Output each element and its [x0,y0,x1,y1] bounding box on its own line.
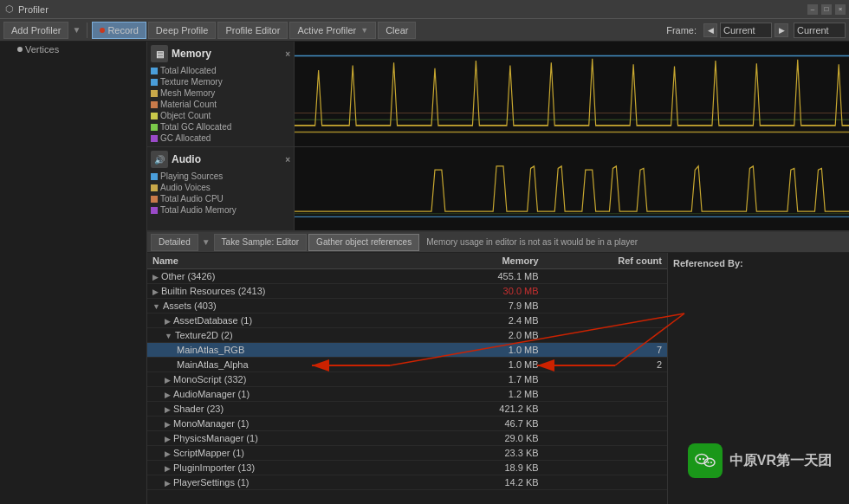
legend-playing-sources: Playing Sources [151,171,290,181]
table-cell-name: ▼Texture2D (2) [147,328,427,343]
expand-arrow-icon[interactable]: ▶ [152,273,159,281]
table-cell-refcount [544,431,667,446]
vertices-dot-icon [17,47,23,52]
table-cell-name: ▶Other (3426) [147,269,427,284]
table-cell-name: ▶AudioManager (1) [147,387,427,402]
expand-arrow-icon[interactable]: ▶ [165,479,171,488]
table-row[interactable]: ▶Other (3426)455.1 MB [147,269,667,284]
table-cell-memory: 1.2 MB [427,387,543,402]
table-row[interactable]: ▶MonoManager (1)46.7 KB [147,417,667,431]
memory-chart-svg [295,42,849,146]
table-row[interactable]: ▼Texture2D (2)2.0 MB [147,328,667,343]
expand-arrow-icon[interactable]: ▼ [165,332,172,340]
expand-arrow-icon[interactable]: ▶ [165,405,171,414]
table-row[interactable]: ▶PhysicsManager (1)29.0 KB [147,431,667,446]
legend-dot-total-audio-cpu [151,196,158,203]
referenced-by-label: Referenced By: [673,258,844,268]
maximize-button[interactable]: □ [821,4,832,15]
active-profiler-dropdown-icon: ▼ [360,26,368,35]
clear-button[interactable]: Clear [378,22,416,39]
table-cell-memory: 2.0 MB [427,328,543,343]
memory-panel-title: ▤ Memory × [151,45,290,62]
table-cell-name: MainAtlas_RGB [147,343,427,358]
legend-dot-gc-allocated [151,135,158,142]
add-profiler-button[interactable]: Add Profiler [3,22,68,39]
expand-arrow-icon[interactable]: ▶ [165,391,171,399]
frame-next-button[interactable]: ▶ [774,23,788,37]
table-row[interactable]: ▶PlayerSettings (1)14.2 KB [147,475,667,490]
close-button[interactable]: × [835,4,846,15]
table-row[interactable]: ▶Shader (23)421.2 KB [147,402,667,417]
audio-panel-title: 🔊 Audio × [151,151,290,168]
table-cell-refcount [544,299,667,313]
detailed-dropdown-icon[interactable]: ▼ [202,237,211,247]
legend-dot-total-gc [151,124,158,131]
legend-total-gc-allocated: Total GC Allocated [151,122,290,132]
gather-button[interactable]: Gather object references [308,234,419,251]
frame-value-input[interactable] [720,23,772,38]
legend-object-count: Object Count [151,111,290,120]
table-row[interactable]: ▼Assets (403)7.9 MB [147,299,667,313]
expand-arrow-icon[interactable]: ▶ [165,435,171,443]
table-row[interactable]: MainAtlas_RGB1.0 MB7 [147,343,667,358]
legend-gc-allocated: GC Allocated [151,133,290,143]
expand-arrow-icon[interactable]: ▶ [165,420,171,429]
legend-dot-playing-sources [151,173,158,180]
table-cell-refcount [544,417,667,431]
take-sample-button[interactable]: Take Sample: Editor [214,234,308,251]
main-content: Vertices ▤ Memory × Total Allocated [0,42,849,504]
table-cell-refcount [544,328,667,343]
expand-arrow-icon[interactable]: ▶ [152,288,159,296]
legend-total-audio-memory: Total Audio Memory [151,205,290,215]
table-row[interactable]: ▶Builtin Resources (2413)30.0 MB [147,284,667,299]
audio-panel-header: 🔊 Audio × Playing Sources Audio Voices [147,147,295,230]
minimize-button[interactable]: – [807,4,818,15]
expand-arrow-icon[interactable]: ▼ [152,302,160,311]
memory-table: Name Memory Ref count ▶Other (3426)455.1… [147,253,667,490]
table-row[interactable]: ▶MonoScript (332)1.7 MB [147,372,667,387]
table-cell-memory: 18.9 KB [427,461,543,475]
table-row[interactable]: ▶PluginImporter (13)18.9 KB [147,461,667,475]
deep-profile-button[interactable]: Deep Profile [148,22,217,39]
active-profiler-button[interactable]: Active Profiler ▼ [289,22,376,39]
table-row[interactable]: ▶AssetDatabase (1)2.4 MB [147,313,667,328]
expand-arrow-icon[interactable]: ▶ [165,464,171,473]
memory-close-button[interactable]: × [285,49,290,59]
table-cell-refcount [544,372,667,387]
table-cell-refcount [544,313,667,328]
vertices-label: Vertices [25,44,59,55]
frame-prev-button[interactable]: ◀ [703,23,717,37]
memory-panel-header: ▤ Memory × Total Allocated Texture Memor… [147,42,295,146]
table-row[interactable]: ▶AudioManager (1)1.2 MB [147,387,667,402]
wechat-icon [688,443,723,478]
watermark-text: 中原VR第一天团 [729,452,832,470]
profile-editor-button[interactable]: Profile Editor [217,22,288,39]
table-cell-name: ▶Builtin Resources (2413) [147,284,427,299]
frame-current-input[interactable] [794,23,846,38]
audio-close-button[interactable]: × [285,155,290,165]
expand-arrow-icon[interactable]: ▶ [165,376,171,384]
table-cell-refcount [544,461,667,475]
expand-arrow-icon[interactable]: ▶ [165,449,171,458]
record-dot-icon [100,28,105,33]
table-row[interactable]: ▶ScriptMapper (1)23.3 KB [147,446,667,461]
table-cell-name: ▶Shader (23) [147,402,427,417]
record-button[interactable]: Record [92,22,146,39]
table-cell-name: ▼Assets (403) [147,299,427,313]
svg-point-10 [710,462,712,463]
legend-dot-material-count [151,101,158,108]
svg-point-7 [703,458,704,460]
table-cell-memory: 29.0 KB [427,431,543,446]
table-row[interactable]: MainAtlas_Alpha1.0 MB2 [147,358,667,372]
expand-arrow-icon[interactable]: ▶ [165,317,171,326]
table-cell-refcount [544,284,667,299]
legend-dot-mesh-memory [151,90,158,97]
sidebar-item-vertices[interactable]: Vertices [0,42,146,57]
table-body: ▶Other (3426)455.1 MB▶Builtin Resources … [147,269,667,490]
add-profiler-dropdown-icon[interactable]: ▼ [72,25,81,35]
memory-column-header: Memory [427,253,543,269]
detailed-button[interactable]: Detailed [151,234,198,251]
legend-material-count: Material Count [151,100,290,109]
legend-total-audio-cpu: Total Audio CPU [151,194,290,204]
window-controls: – □ × [807,4,846,15]
